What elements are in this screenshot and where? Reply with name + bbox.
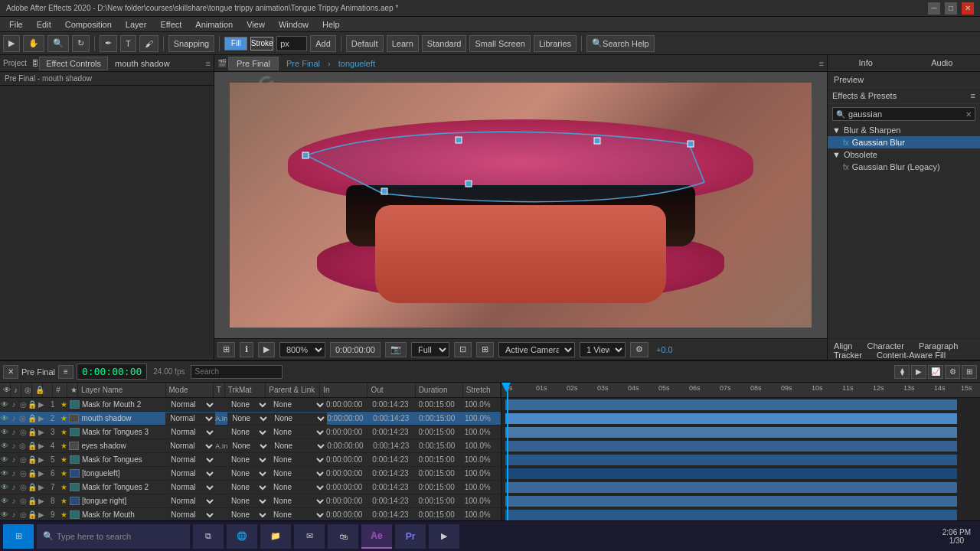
select-tool[interactable]: ▶ [3,35,20,52]
layer-row-4[interactable]: 👁 ♪ ◎ 🔒 ▶ 4 ★ eyes shadow Normal A.Inv N… [0,439,501,453]
layer-name-7[interactable]: Mask for Tongues 2 [80,483,166,491]
layer-solo-9[interactable]: ◎ [18,510,28,519]
layer-vis-2[interactable]: 👁 [0,414,9,422]
layer-row-1[interactable]: 👁 ♪ ◎ 🔒 ▶ 1 ★ Mask for Mouth 2 Normal No… [0,398,501,412]
layer-parent-4[interactable]: None [270,440,327,452]
comp-settings-btn[interactable]: ≡ [58,365,74,379]
layer-row-6[interactable]: 👁 ♪ ◎ 🔒 ▶ 6 ★ [tongueleft] Normal None N… [0,467,501,481]
audio-section[interactable]: Audio [904,55,981,71]
layer-vis-4[interactable]: 👁 [0,442,9,450]
track-bar-1[interactable] [505,399,957,410]
viewer-grid-btn[interactable]: ⊡ [454,342,472,357]
layer-audio-3[interactable]: ♪ [9,428,18,436]
menu-animation[interactable]: Animation [189,18,239,31]
layer-name-6[interactable]: [tongueleft] [80,469,166,478]
effect-controls-tab[interactable]: Effect Controls [39,57,108,70]
ep-category-obsolete[interactable]: ▼ Obsolete [828,148,980,161]
layer-star-6[interactable]: ★ [59,469,68,478]
tl-work-btn[interactable]: ⊞ [962,365,977,379]
zoom-select[interactable]: 800% [279,342,325,357]
layer-trk-5[interactable]: None [227,454,269,466]
layer-vis-1[interactable]: 👁 [0,400,9,409]
ep-category-blur-sharpen[interactable]: ▼ Blur & Sharpen [828,124,980,136]
fill-swatch[interactable]: Fill [224,37,247,51]
track-bar-2[interactable] [505,413,957,424]
layer-lock-7[interactable]: 🔒 [28,483,37,491]
ep-gaussian-blur[interactable]: fx Gaussian Blur [828,136,980,148]
info-section[interactable]: Info [828,55,904,71]
track-bar-6[interactable] [505,468,957,479]
layer-collapse-9[interactable]: ▶ [37,510,46,519]
layer-parent-9[interactable]: None [269,509,326,521]
layer-collapse-8[interactable]: ▶ [37,497,46,505]
layer-name-5[interactable]: Mask for Tongues [80,455,166,464]
layer-star-2[interactable]: ★ [59,414,68,422]
viewer-options-btn[interactable]: ⚙ [630,342,648,357]
layer-name-9[interactable]: Mask for Mouth [80,510,166,519]
layer-audio-8[interactable]: ♪ [9,497,18,505]
layer-star-9[interactable]: ★ [59,510,68,519]
layer-row-7[interactable]: 👁 ♪ ◎ 🔒 ▶ 7 ★ Mask for Tongues 2 Normal … [0,481,501,494]
default-button[interactable]: Default [346,35,384,52]
store-button[interactable]: 🛍 [328,524,358,549]
layer-parent-1[interactable]: None [269,399,326,411]
layer-audio-2[interactable]: ♪ [9,414,18,422]
layer-parent-6[interactable]: None [269,468,326,480]
standard-button[interactable]: Standard [422,35,467,52]
layer-solo-2[interactable]: ◎ [18,414,28,422]
layer-collapse-5[interactable]: ▶ [37,455,46,464]
layer-solo-6[interactable]: ◎ [18,469,28,478]
layer-collapse-3[interactable]: ▶ [37,428,46,436]
layer-parent-7[interactable]: None [269,481,326,494]
stroke-swatch[interactable]: Stroke [250,37,273,51]
menu-help[interactable]: Help [316,18,346,31]
close-button[interactable]: ✕ [962,2,974,15]
layer-audio-4[interactable]: ♪ [9,442,18,450]
layer-star-7[interactable]: ★ [59,483,68,491]
comp-tongueleft-breadcrumb[interactable]: tongueleft [332,57,381,70]
layer-star-4[interactable]: ★ [59,442,68,450]
layer-star-1[interactable]: ★ [59,400,68,409]
track-bar-3[interactable] [505,427,957,438]
track-bar-7[interactable] [505,482,957,493]
small-screen-button[interactable]: Small Screen [469,35,530,52]
layer-vis-6[interactable]: 👁 [0,469,9,478]
mouth-shadow-tab[interactable]: mouth shadow [108,57,177,70]
stroke-width[interactable] [276,36,307,51]
layer-star-8[interactable]: ★ [59,497,68,505]
media-player-button[interactable]: ▶ [429,524,459,549]
layer-parent-2[interactable]: None [270,412,327,425]
layer-solo-8[interactable]: ◎ [18,497,28,505]
libraries-button[interactable]: Libraries [534,35,577,52]
layer-row-8[interactable]: 👁 ♪ ◎ 🔒 ▶ 8 ★ [tongue right] Normal None… [0,494,501,508]
layer-trk-1[interactable]: None [227,399,269,411]
layer-lock-6[interactable]: 🔒 [28,469,37,478]
layer-lock-5[interactable]: 🔒 [28,455,37,464]
menu-file[interactable]: File [3,18,29,31]
layer-trk-4[interactable]: None [227,440,270,452]
layer-vis-3[interactable]: 👁 [0,428,9,436]
viewer-info-btn[interactable]: ℹ [240,342,253,357]
layer-solo-3[interactable]: ◎ [18,428,28,436]
mail-button[interactable]: ✉ [294,524,325,549]
hand-tool[interactable]: ✋ [23,35,44,52]
tl-search-input[interactable] [191,365,283,379]
layer-mode-6[interactable]: Normal [166,468,216,480]
layer-audio-9[interactable]: ♪ [9,510,18,519]
layer-vis-8[interactable]: 👁 [0,497,9,505]
ep-search-input[interactable] [848,109,962,119]
menu-effect[interactable]: Effect [154,18,188,31]
preview-section[interactable]: Preview [828,72,980,88]
menu-layer[interactable]: Layer [119,18,153,31]
comp-panel-menu-icon[interactable]: ≡ [819,59,824,68]
track-bar-4[interactable] [505,441,957,452]
layer-name-2[interactable]: mouth shadow [80,414,165,422]
ep-clear-icon[interactable]: ✕ [965,110,972,119]
layer-name-3[interactable]: Mask for Tongues 3 [80,428,166,436]
timecode-btn[interactable]: 0:00:00:00 [330,342,381,357]
layer-collapse-7[interactable]: ▶ [37,483,46,491]
premiere-button[interactable]: Pr [395,524,426,549]
minimize-button[interactable]: ─ [928,2,940,15]
layer-vis-5[interactable]: 👁 [0,455,9,464]
layer-lock-1[interactable]: 🔒 [28,400,37,409]
